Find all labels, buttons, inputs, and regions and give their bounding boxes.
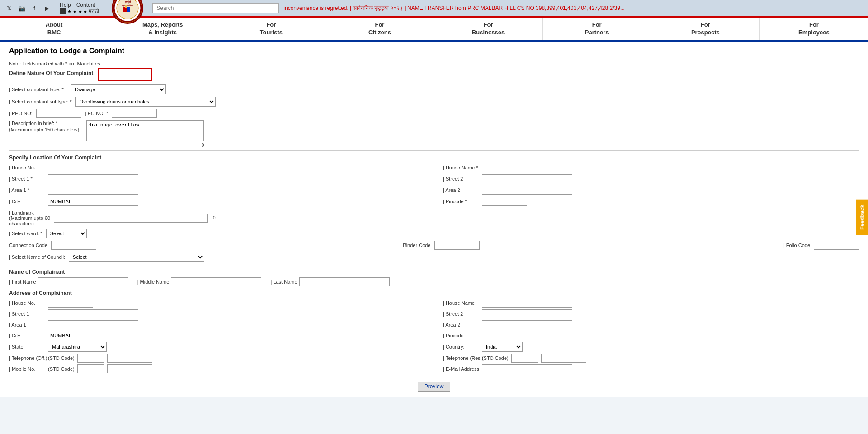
svg-text:बृहन्मुंबई: बृहन्मुंबई <box>124 0 131 4</box>
preview-button[interactable]: Preview <box>418 382 451 392</box>
nav-citizens[interactable]: ForCitizens <box>326 18 434 40</box>
youtube-icon[interactable]: ▶ <box>42 4 52 13</box>
bmc-logo: बृहन्मुंबई महानगरपालिका <box>112 0 143 24</box>
pincode-row: | Pincode * <box>443 197 859 206</box>
font-controls: ★ ★ ★ ★ मराठी <box>60 8 99 14</box>
landmark-input[interactable] <box>54 214 208 223</box>
connection-code-input[interactable] <box>51 241 96 250</box>
svg-rect-6 <box>125 5 127 8</box>
binder-code-label: | Binder Code <box>400 243 430 248</box>
pincode-input[interactable] <box>482 197 527 206</box>
mobile-std-label: (STD Code) <box>48 366 75 372</box>
tel-res-std-input[interactable] <box>511 354 538 363</box>
addr-city-input[interactable] <box>48 331 138 340</box>
street2-input[interactable] <box>482 174 572 183</box>
street2-row: | Street 2 <box>443 174 859 183</box>
specify-location-title: Specify Location Of Your Complaint <box>9 154 859 161</box>
nav-tourists[interactable]: ForTourists <box>217 18 326 40</box>
addr-area2-input[interactable] <box>482 320 572 329</box>
complaint-type-label: | Select complaint type: * <box>9 87 64 92</box>
help-link[interactable]: Help <box>60 2 71 8</box>
middle-name-input[interactable] <box>171 277 261 286</box>
addr-area1-label: | Area 1 <box>9 322 45 327</box>
font-size-small[interactable] <box>60 8 66 14</box>
ec-input[interactable] <box>112 109 157 118</box>
header-links: Help Content <box>60 2 99 8</box>
email-label: | E-Mail Address <box>443 366 479 372</box>
complaint-type-row: | Select complaint type: * Drainage <box>9 84 859 94</box>
area2-row: | Area 2 <box>443 186 859 195</box>
page-title: Application to Lodge a Complaint <box>9 47 859 57</box>
nav-partners[interactable]: ForPartners <box>543 18 651 40</box>
tel-off-label: | Telephone (Off.) <box>9 355 45 361</box>
addr-area1-input[interactable] <box>48 320 138 329</box>
city-row: | City <box>9 197 425 206</box>
ppo-input[interactable] <box>36 109 81 118</box>
folio-code-input[interactable] <box>814 241 859 250</box>
council-select[interactable]: Select <box>69 252 204 262</box>
social-icons: 𝕏 📷 f ▶ <box>5 4 52 13</box>
city-input[interactable] <box>48 197 138 206</box>
ward-row: | Select ward: * Select <box>9 229 859 238</box>
street1-input[interactable] <box>48 174 138 183</box>
ppo-ec-row: | PPO NO: | EC NO: * <box>9 109 859 118</box>
addr-house-name-label: | House Name <box>443 300 479 306</box>
addr-street2-input[interactable] <box>482 309 572 318</box>
addr-street1-input[interactable] <box>48 309 138 318</box>
nav-prospects[interactable]: ForProspects <box>651 18 760 40</box>
std-code-label: (STD Code) <box>48 355 75 361</box>
location-grid: | House No. | Street 1 * | Area 1 * | Ci… <box>9 163 859 208</box>
search-input[interactable] <box>152 3 279 13</box>
area2-input[interactable] <box>482 186 572 195</box>
feedback-tab[interactable]: Feedback <box>856 199 868 235</box>
language-button[interactable]: मराठी <box>89 8 99 14</box>
mobile-std-input[interactable] <box>77 364 104 373</box>
house-name-input[interactable] <box>482 163 572 172</box>
addr-house-name-input[interactable] <box>482 299 572 308</box>
addr-pincode-label: | Pincode <box>443 333 479 338</box>
nav-about[interactable]: AboutBMC <box>0 18 108 40</box>
house-no-label: | House No. <box>9 165 45 170</box>
nav-businesses[interactable]: ForBusinesses <box>434 18 543 40</box>
ward-select[interactable]: Select <box>46 229 87 238</box>
addr-country-select[interactable]: India <box>482 342 523 352</box>
description-textarea[interactable]: drainage overflow <box>86 120 204 141</box>
tel-off-input[interactable] <box>107 354 152 363</box>
facebook-icon[interactable]: f <box>30 4 39 13</box>
marquee-text: inconvenience is regretted. | सार्वजनिक … <box>283 5 863 11</box>
complaint-type-select[interactable]: Drainage <box>71 84 166 94</box>
folio-code-label: | Folio Code <box>783 243 810 248</box>
instagram-icon[interactable]: 📷 <box>17 4 26 13</box>
addr-city-label: | City <box>9 333 45 338</box>
area1-input[interactable] <box>48 186 138 195</box>
middle-name-label: | Middle Name <box>137 279 170 285</box>
addr-street2-label: | Street 2 <box>443 311 479 317</box>
twitter-icon[interactable]: 𝕏 <box>5 4 14 13</box>
house-name-label: | House Name * <box>443 165 479 170</box>
description-note: (Maximum upto 150 characters) <box>9 127 79 132</box>
email-input[interactable] <box>482 364 572 373</box>
tel-res-input[interactable] <box>541 354 586 363</box>
last-name-input[interactable] <box>299 277 390 286</box>
content-link[interactable]: Content <box>76 2 95 8</box>
addr-pincode-input[interactable] <box>482 331 527 340</box>
landmark-label: | Landmark (Maximum upto 60 characters) <box>9 210 50 226</box>
pincode-label: | Pincode * <box>443 199 479 204</box>
top-bar: 𝕏 📷 f ▶ Help Content ★ ★ ★ ★ मराठी बृहन्… <box>0 0 868 16</box>
complaint-subtype-select[interactable]: Overflowing drains or manholes <box>75 97 216 107</box>
council-label: | Select Name of Council: <box>9 254 65 260</box>
connection-code-label: Connection Code <box>9 243 47 248</box>
tel-off-std-input[interactable] <box>77 354 104 363</box>
addr-house-no-input[interactable] <box>48 299 93 308</box>
mobile-input[interactable] <box>107 364 152 373</box>
area1-label: | Area 1 * <box>9 187 45 193</box>
ec-label: | EC NO: * <box>85 111 108 116</box>
addr-state-select[interactable]: Maharashtra <box>48 342 107 352</box>
middle-name-field: | Middle Name <box>137 277 262 286</box>
binder-code-input[interactable] <box>434 241 480 250</box>
address-section-title: Address of Complainant <box>9 290 859 296</box>
nav-employees[interactable]: ForEmployees <box>760 18 868 40</box>
house-no-input[interactable] <box>48 163 138 172</box>
complaint-subtype-row: | Select complaint subtype: * Overflowin… <box>9 97 859 107</box>
first-name-input[interactable] <box>38 277 128 286</box>
